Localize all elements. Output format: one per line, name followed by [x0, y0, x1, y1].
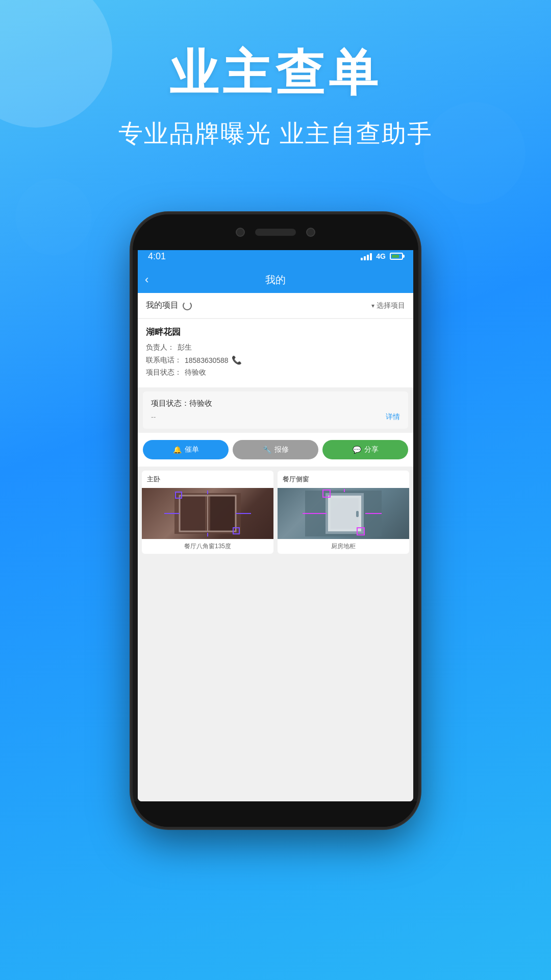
call-icon[interactable]: 📞 — [232, 355, 242, 365]
main-title: 业主查单 — [0, 41, 551, 107]
wrench-icon: 🔧 — [263, 446, 271, 454]
status-card: 项目状态：待验收 -- 详情 — [143, 391, 408, 429]
svg-rect-15 — [356, 511, 359, 517]
select-project-label: 选择项目 — [377, 301, 405, 310]
header-area: 业主查单 专业品牌曝光 业主自查助手 — [0, 41, 551, 150]
project-name: 湖畔花园 — [146, 326, 405, 338]
room-card-2[interactable]: 餐厅侧窗 — [278, 471, 409, 554]
project-status-row: 项目状态： 待验收 — [146, 368, 405, 377]
phone-bottom — [133, 801, 418, 827]
status-time: 4:01 — [148, 251, 166, 262]
share-button[interactable]: 💬 分享 — [322, 440, 408, 459]
room-label-1: 餐厅八角窗135度 — [142, 539, 273, 554]
network-type: 4G — [376, 252, 386, 260]
project-status-label: 项目状态： — [146, 368, 182, 377]
wechat-icon: 💬 — [353, 446, 361, 454]
status-icons: 4G — [361, 252, 403, 260]
screen-content: 我的项目 ▾ 选择项目 湖畔花园 负责人： 彭生 — [138, 293, 413, 801]
room-image-2 — [278, 488, 409, 539]
status-dash: -- — [151, 413, 156, 421]
phone-screen: 4:01 4G ‹ 我的 — [138, 246, 413, 801]
urge-label: 催单 — [185, 445, 199, 454]
project-status-value: 待验收 — [185, 368, 206, 377]
signal-bar-2 — [364, 256, 366, 260]
my-projects-label: 我的项目 — [146, 300, 179, 311]
battery-icon — [390, 253, 403, 260]
bedroom-svg — [142, 488, 273, 539]
responsible-row: 负责人： 彭生 — [146, 343, 405, 352]
refresh-icon[interactable] — [183, 301, 192, 310]
room-title-1: 主卧 — [142, 471, 273, 488]
rooms-grid: 主卧 — [138, 467, 413, 558]
svg-rect-2 — [210, 496, 236, 531]
responsible-value: 彭生 — [178, 343, 192, 352]
my-projects-left: 我的项目 — [146, 300, 192, 311]
my-projects-header: 我的项目 ▾ 选择项目 — [138, 293, 413, 318]
phone-mockup: 4:01 4G ‹ 我的 — [133, 214, 418, 827]
phone-number: 18583630588 — [185, 356, 229, 364]
phone-top-bar — [133, 214, 418, 250]
action-buttons: 🔔 催单 🔧 报修 💬 分享 — [138, 433, 413, 467]
sub-title: 专业品牌曝光 业主自查助手 — [0, 117, 551, 150]
responsible-label: 负责人： — [146, 343, 174, 352]
kitchen-svg — [278, 488, 409, 539]
signal-bars — [361, 252, 372, 260]
room-card-1[interactable]: 主卧 — [142, 471, 273, 554]
back-button[interactable]: ‹ — [145, 273, 148, 286]
signal-bar-1 — [361, 258, 363, 260]
signal-bar-4 — [370, 253, 372, 260]
status-card-row: -- 详情 — [151, 412, 400, 422]
svg-rect-1 — [180, 496, 205, 531]
urge-button[interactable]: 🔔 催单 — [143, 440, 229, 459]
room-title-2: 餐厅侧窗 — [278, 471, 409, 488]
detail-link[interactable]: 详情 — [386, 412, 400, 422]
signal-bar-3 — [367, 255, 369, 260]
front-camera — [236, 228, 245, 237]
select-project[interactable]: ▾ 选择项目 — [371, 301, 405, 310]
project-card: 湖畔花园 负责人： 彭生 联系电话： 18583630588 📞 项目状态： 待… — [138, 319, 413, 387]
room-image-1 — [142, 488, 273, 539]
nav-bar: ‹ 我的 — [138, 266, 413, 293]
status-card-title: 项目状态：待验收 — [151, 399, 400, 408]
share-label: 分享 — [364, 445, 379, 454]
bell-icon: 🔔 — [173, 446, 182, 454]
phone-body: 4:01 4G ‹ 我的 — [133, 214, 418, 827]
svg-rect-14 — [331, 498, 359, 529]
battery-fill — [392, 255, 399, 258]
room-label-2: 厨房地柜 — [278, 539, 409, 554]
repair-button[interactable]: 🔧 报修 — [233, 440, 318, 459]
repair-label: 报修 — [274, 445, 289, 454]
phone-label: 联系电话： — [146, 356, 182, 365]
sensor — [306, 228, 315, 237]
nav-title: 我的 — [265, 273, 286, 287]
phone-speaker — [255, 229, 296, 236]
phone-row: 联系电话： 18583630588 📞 — [146, 355, 405, 365]
